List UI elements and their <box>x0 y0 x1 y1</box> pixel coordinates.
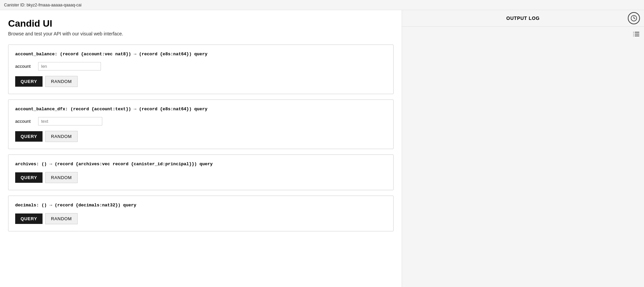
output-log-title: OUTPUT LOG <box>506 16 540 21</box>
random-button-decimals[interactable]: RANDOM <box>45 213 78 224</box>
top-bar: Canister ID: bkyz2-fmaaa-aaaaa-qaaaq-cai <box>0 0 644 10</box>
right-panel: OUTPUT LOG <box>402 10 644 287</box>
query-button-account-balance-dfx[interactable]: QUERY <box>15 131 43 142</box>
api-signature-decimals: decimals: () → (record {decimals:nat32})… <box>15 203 386 208</box>
api-card-account-balance-dfx: account_balance_dfx: (record {account:te… <box>8 99 394 149</box>
field-row-account-dfx: account <box>15 117 386 125</box>
field-label-account: account <box>15 64 35 69</box>
random-button-account-balance[interactable]: RANDOM <box>45 76 78 87</box>
field-row-account: account <box>15 62 386 70</box>
random-button-archives[interactable]: RANDOM <box>45 172 78 183</box>
main-layout: Candid UI Browse and test your API with … <box>0 10 644 287</box>
api-signature-account-balance-dfx: account_balance_dfx: (record {account:te… <box>15 107 386 112</box>
button-row-account-balance-dfx: QUERY RANDOM <box>15 131 386 142</box>
query-button-account-balance[interactable]: QUERY <box>15 76 43 87</box>
clock-icon[interactable] <box>628 12 640 24</box>
api-signature-account-balance: account_balance: (record {account:vec na… <box>15 52 386 57</box>
button-row-archives: QUERY RANDOM <box>15 172 386 183</box>
api-signature-archives: archives: () → (record {archives:vec rec… <box>15 162 386 167</box>
page-title: Candid UI <box>8 18 394 29</box>
content-area: Candid UI Browse and test your API with … <box>0 10 402 287</box>
query-button-decimals[interactable]: QUERY <box>15 213 43 224</box>
field-label-account-dfx: account <box>15 119 35 124</box>
api-card-account-balance: account_balance: (record {account:vec na… <box>8 45 394 94</box>
canister-id-label: Canister ID: bkyz2-fmaaa-aaaaa-qaaaq-cai <box>4 3 81 7</box>
api-card-archives: archives: () → (record {archives:vec rec… <box>8 154 394 190</box>
button-row-decimals: QUERY RANDOM <box>15 213 386 224</box>
account-balance-dfx-input[interactable] <box>38 117 102 125</box>
account-balance-input[interactable] <box>38 62 101 70</box>
page-subtitle: Browse and test your API with our visual… <box>8 31 394 36</box>
list-icon[interactable] <box>633 30 640 39</box>
button-row-account-balance: QUERY RANDOM <box>15 76 386 87</box>
api-card-decimals: decimals: () → (record {decimals:nat32})… <box>8 196 394 231</box>
right-panel-header: OUTPUT LOG <box>402 10 644 27</box>
random-button-account-balance-dfx[interactable]: RANDOM <box>45 131 78 142</box>
query-button-archives[interactable]: QUERY <box>15 172 43 183</box>
